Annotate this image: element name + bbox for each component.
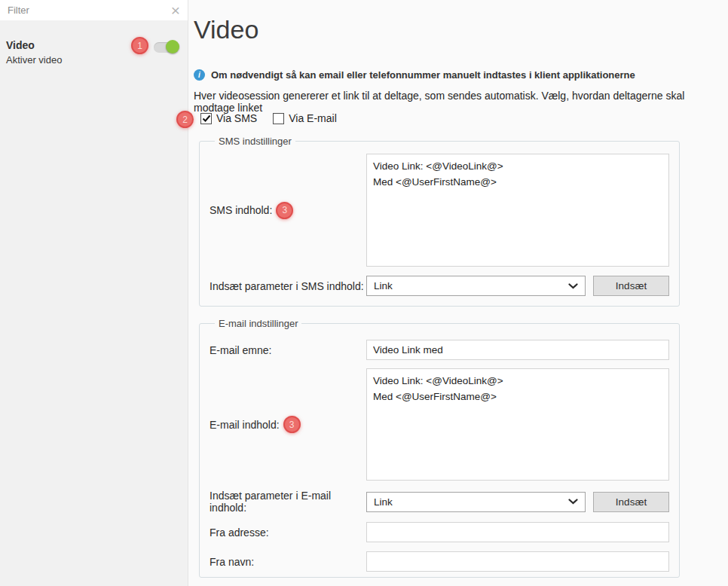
info-note-text: Om nødvendigt så kan email eller telefon… — [211, 69, 635, 81]
chevron-down-icon — [568, 499, 578, 505]
step-badge-3-email: 3 — [283, 416, 301, 433]
sms-settings-group: SMS indstillinger SMS indhold: 3 Video L… — [199, 136, 680, 307]
sidebar-header: Filter × — [0, 0, 188, 20]
page-title: Video — [194, 15, 258, 44]
from-address-input[interactable] — [366, 522, 669, 542]
via-sms-checkbox[interactable] — [200, 113, 212, 124]
sidebar-item-subtitle: Aktiver video — [6, 54, 180, 66]
sms-param-selected-value: Link — [374, 280, 393, 291]
sms-content-row: SMS indhold: 3 Video Link: <@VideoLink@>… — [210, 154, 669, 267]
sms-param-dropdown[interactable]: Link — [366, 276, 586, 296]
email-content-textarea[interactable]: Video Link: <@VideoLink@> Med <@UserFirs… — [366, 368, 669, 481]
info-icon: i — [194, 69, 205, 81]
email-param-selected-value: Link — [374, 496, 393, 508]
from-name-label: Fra navn: — [210, 556, 366, 568]
email-content-row: E-mail indhold: 3 Video Link: <@VideoLin… — [210, 368, 669, 481]
sidebar-title: Filter — [8, 5, 29, 16]
step-badge-3-sms: 3 — [276, 202, 293, 219]
email-subject-label: E-mail emne: — [210, 344, 366, 356]
email-param-dropdown[interactable]: Link — [366, 492, 586, 512]
filter-sidebar: Filter × Video Aktiver video 1 — [0, 0, 188, 586]
via-email-checkbox[interactable] — [273, 113, 284, 124]
email-settings-group: E-mail indstillinger E-mail emne: E-mail… — [199, 318, 680, 578]
sms-insert-button[interactable]: Indsæt — [593, 276, 669, 296]
chevron-down-icon — [568, 283, 578, 289]
description-text: Hver videosession genererer et link til … — [194, 90, 728, 114]
email-settings-legend: E-mail indstillinger — [215, 318, 301, 329]
info-note-row: i Om nødvendigt så kan email eller telef… — [194, 69, 635, 81]
email-subject-input[interactable] — [366, 340, 669, 360]
from-name-row: Fra navn: — [210, 551, 669, 572]
sms-content-label: SMS indhold: 3 — [210, 202, 366, 219]
via-email-option[interactable]: Via E-mail — [273, 112, 337, 124]
sms-settings-legend: SMS indstillinger — [215, 136, 295, 147]
email-content-label: E-mail indhold: 3 — [210, 416, 366, 433]
email-param-label: Indsæt parameter i E-mail indhold: — [210, 490, 366, 514]
email-content-label-text: E-mail indhold: — [210, 419, 280, 431]
step-badge-2: 2 — [176, 111, 194, 128]
email-param-row: Indsæt parameter i E-mail indhold: Link … — [210, 490, 669, 514]
sms-content-label-text: SMS indhold: — [210, 204, 272, 216]
sms-param-label: Indsæt parameter i SMS indhold: — [210, 280, 366, 292]
step-badge-1: 1 — [131, 37, 148, 54]
sms-param-row: Indsæt parameter i SMS indhold: Link Ind… — [210, 276, 669, 296]
from-name-input[interactable] — [366, 551, 669, 572]
video-settings-window: Filter × Video Aktiver video 1 Video i O… — [0, 0, 728, 586]
via-email-label: Via E-mail — [289, 112, 337, 124]
video-toggle[interactable] — [154, 40, 185, 53]
close-icon[interactable]: × — [171, 2, 180, 18]
delivery-options-row: Via SMS Via E-mail — [200, 112, 337, 124]
email-subject-row: E-mail emne: — [210, 340, 669, 360]
sidebar-item-video[interactable]: Video Aktiver video 1 — [0, 39, 188, 66]
checkmark-icon — [202, 114, 211, 123]
email-insert-button[interactable]: Indsæt — [593, 492, 669, 512]
toggle-knob — [166, 40, 179, 53]
sms-content-textarea[interactable]: Video Link: <@VideoLink@> Med <@UserFirs… — [366, 154, 669, 267]
from-address-label: Fra adresse: — [210, 526, 366, 539]
via-sms-option[interactable]: Via SMS — [200, 112, 257, 124]
from-address-row: Fra adresse: — [210, 522, 669, 542]
via-sms-label: Via SMS — [216, 112, 257, 124]
